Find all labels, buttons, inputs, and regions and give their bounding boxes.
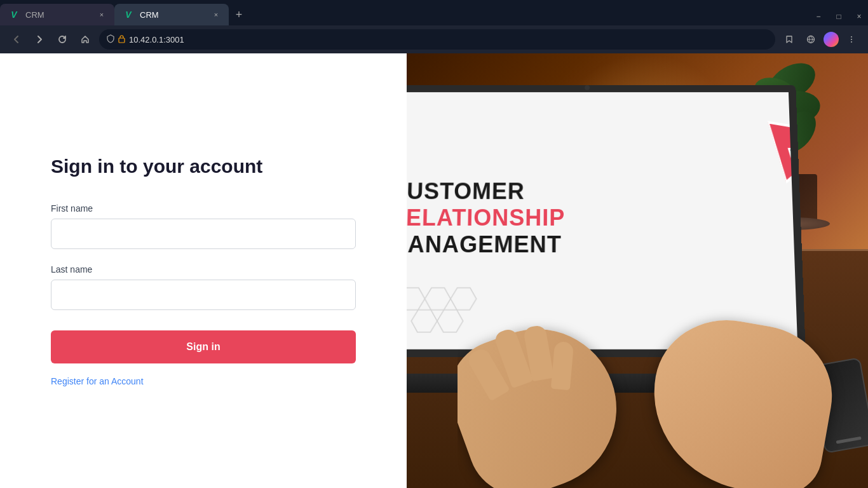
last-name-input[interactable] <box>51 280 356 310</box>
tab2-close[interactable]: × <box>211 10 221 20</box>
login-panel: Sign in to your account First name Last … <box>0 53 407 488</box>
crm-line3: ANAGEMENT <box>407 231 562 258</box>
address-bar[interactable]: 10.42.0.1:3001 <box>99 29 775 50</box>
window-controls: − □ × <box>810 8 868 25</box>
right-hand <box>639 309 843 488</box>
shield-icon <box>107 34 114 45</box>
svg-marker-7 <box>407 288 425 310</box>
svg-marker-8 <box>424 288 451 310</box>
url-text: 10.42.0.1:3001 <box>129 35 184 44</box>
tab-2[interactable]: V CRM × <box>114 4 229 25</box>
svg-marker-5 <box>768 105 797 182</box>
lock-icon <box>118 35 125 44</box>
crm-line2: ELATIONSHIP <box>407 205 565 231</box>
svg-marker-10 <box>411 310 438 332</box>
back-button[interactable] <box>8 30 25 48</box>
last-name-group: Last name <box>51 264 356 310</box>
menu-button[interactable] <box>843 30 860 48</box>
login-title: Sign in to your account <box>51 155 356 178</box>
tab-bar: V CRM × V CRM × + − □ × <box>0 0 868 25</box>
crm-arrows <box>677 104 773 197</box>
close-button[interactable]: × <box>850 8 868 25</box>
first-name-label: First name <box>51 203 356 214</box>
tab1-logo: V <box>8 8 20 21</box>
laptop-camera <box>585 85 590 90</box>
svg-point-2 <box>851 36 852 37</box>
profile-icon[interactable] <box>824 32 839 47</box>
browser-chrome: V CRM × V CRM × + − □ × <box>0 0 868 488</box>
reload-button[interactable] <box>53 30 71 48</box>
home-button[interactable] <box>76 30 94 48</box>
crm-text-block: C USTOMER R ELATIONSHIP M <box>407 179 566 259</box>
hands-area <box>458 297 868 488</box>
svg-point-4 <box>851 41 852 43</box>
register-link[interactable]: Register for an Account <box>51 376 356 386</box>
svg-rect-0 <box>119 38 125 43</box>
last-name-label: Last name <box>51 264 356 274</box>
minimize-button[interactable]: − <box>810 8 827 25</box>
nav-bar: 10.42.0.1:3001 <box>0 25 868 53</box>
left-hand <box>458 307 639 488</box>
page-content: Sign in to your account First name Last … <box>0 53 868 488</box>
svg-point-3 <box>851 39 852 40</box>
sign-in-button[interactable]: Sign in <box>51 330 356 363</box>
first-name-input[interactable] <box>51 219 356 249</box>
maximize-button[interactable]: □ <box>830 8 848 25</box>
vpn-icon <box>802 30 820 48</box>
tab-1[interactable]: V CRM × <box>0 4 114 25</box>
nav-actions <box>780 30 860 48</box>
tab1-title: CRM <box>25 10 44 20</box>
tab2-logo: V <box>122 8 135 21</box>
tab1-close[interactable]: × <box>97 10 107 20</box>
scene-background: C USTOMER R ELATIONSHIP M <box>407 53 868 488</box>
new-tab-button[interactable]: + <box>229 4 249 25</box>
crm-line1: USTOMER <box>407 179 525 205</box>
forward-button[interactable] <box>31 30 48 48</box>
bookmark-button[interactable] <box>780 30 798 48</box>
image-panel: C USTOMER R ELATIONSHIP M <box>407 53 868 488</box>
tab2-title: CRM <box>140 10 159 20</box>
first-name-group: First name <box>51 203 356 249</box>
